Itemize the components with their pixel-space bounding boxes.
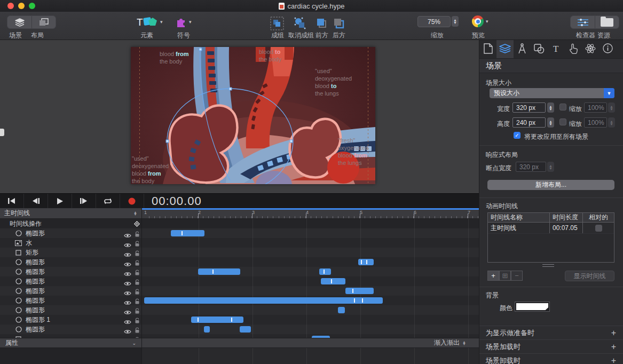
layer-row[interactable]: 水 [0,238,479,248]
height-input[interactable]: 240 px [512,117,546,128]
tab-element[interactable] [531,40,548,58]
tab-identity[interactable] [599,40,616,58]
layer-row-left[interactable]: 水 [0,238,141,248]
loop-button[interactable] [96,194,120,209]
animation-bar[interactable] [358,259,374,265]
height-scale-checkbox[interactable] [559,118,566,125]
step-forward-button[interactable] [72,194,96,209]
event-row-2[interactable]: 场景卸载时+ [479,353,623,364]
tab-typography[interactable]: T [548,40,565,58]
animation-bar[interactable] [144,297,383,304]
animation-bar[interactable] [191,316,243,323]
layer-row-left[interactable]: 椭圆形 [0,325,141,334]
animation-bar[interactable] [321,278,345,284]
layer-row-left[interactable]: 椭圆形 1 [0,315,141,325]
timeline-actions-row[interactable]: 时间线操作 [0,219,479,228]
layer-row-left[interactable]: 椭圆形 [0,286,141,296]
layer-row-left[interactable]: 椭圆形 [0,296,141,305]
resources-toggle-button[interactable] [595,16,619,28]
table-resize-handle[interactable] [542,264,554,267]
layer-row-left[interactable]: 椭圆形 [0,228,141,238]
easing-stepper[interactable]: ▲▼ [462,341,466,345]
bring-front-label: 前方 [316,31,328,40]
apply-all-checkbox[interactable]: ✓ [514,132,521,139]
tab-metrics[interactable] [514,40,531,58]
timeline-selector[interactable]: 主时间线 ▲▼ [0,208,141,219]
inspector-title: 场景 [479,59,623,73]
ungroup-button[interactable] [293,17,307,33]
layer-row-left[interactable]: 椭圆形 [0,305,141,315]
add-layout-button[interactable]: 新增布局... [487,180,614,190]
event-row-0[interactable]: 为显示做准备时+ [479,326,623,339]
easing-bar[interactable]: 渐入渐出 ▲▼ [142,338,479,348]
width-input[interactable]: 320 px [512,102,546,113]
layer-row[interactable]: 矩形 [0,248,479,257]
layer-row[interactable]: 椭圆形 [0,325,479,334]
symbols-button[interactable]: ▾ [175,16,192,28]
tab-scene[interactable] [496,40,514,58]
animation-bar[interactable] [319,268,331,275]
animation-bar[interactable] [240,326,251,333]
timeline-table-row[interactable]: 主时间线 00:07.05 [488,223,614,234]
layer-row[interactable]: 椭圆形 [0,296,479,305]
width-stepper[interactable]: ▲▼ [547,102,554,113]
canvas-label-text: blood [259,49,275,55]
properties-bar[interactable]: 属性 ⌄ [0,338,141,348]
animation-bar[interactable] [171,230,204,236]
height-stepper[interactable]: ▲▼ [547,117,554,128]
layouts-button[interactable] [31,16,56,28]
timeline-selector-stepper[interactable]: ▲▼ [133,211,137,216]
send-back-button[interactable] [332,17,345,31]
plus-icon[interactable]: + [611,356,616,364]
scene-canvas[interactable]: blood from the bodyblood to the body"use… [131,47,375,184]
duplicate-timeline-button[interactable]: ⊞ [499,271,511,281]
step-back-button[interactable] [24,194,48,209]
tab-physics[interactable] [582,40,599,58]
layer-row-left[interactable]: 椭圆形 [0,257,141,267]
layer-row[interactable]: 椭圆形 [0,276,479,286]
zoom-value-field[interactable]: 75% [417,16,451,27]
record-button[interactable] [120,194,144,209]
animation-bar[interactable] [198,268,240,275]
plus-icon[interactable]: + [611,342,616,352]
layer-row[interactable] [0,334,479,338]
background-color-well[interactable] [515,302,550,312]
animation-bar[interactable] [338,307,345,313]
animation-bar[interactable] [204,326,210,333]
layer-row-left[interactable]: 矩形 [0,248,141,257]
bring-front-button[interactable] [315,17,328,31]
preset-size-dropdown[interactable]: 预设大小 ▼ [490,88,614,98]
layer-row-left[interactable] [0,334,141,338]
layer-row[interactable]: 椭圆形 [0,228,479,238]
plus-icon[interactable]: + [611,328,616,338]
keyframe-tick [331,279,332,283]
inspector-toggle-button[interactable] [571,16,595,28]
relative-checkbox[interactable] [595,225,602,232]
layer-row[interactable]: 椭圆形 [0,286,479,296]
animation-bar[interactable] [345,288,374,294]
layer-row-left[interactable]: 椭圆形 [0,267,141,276]
jump-to-start-button[interactable] [0,194,24,209]
group-button[interactable] [270,17,284,33]
scenes-button[interactable] [7,16,31,28]
layer-row[interactable]: 椭圆形 1 [0,315,479,325]
tab-actions[interactable] [565,40,582,58]
tab-document[interactable] [479,40,496,58]
preview-button[interactable]: ▾ [472,15,488,27]
width-scale-checkbox[interactable] [559,104,566,110]
timeline-ruler[interactable]: 1234567 [141,208,479,219]
remove-timeline-button[interactable]: − [511,271,523,281]
layer-row[interactable]: 椭圆形 [0,267,479,276]
event-row-1[interactable]: 场景加载时+ [479,339,623,353]
play-button[interactable] [48,194,72,209]
zoom-stepper[interactable]: ▲▼ [452,16,459,27]
timelines-table[interactable]: 时间线名称 时间长度 相对的 主时间线 00:07.05 [487,212,614,263]
show-timeline-button[interactable]: 显示时间线 [565,271,614,281]
layer-row[interactable]: 椭圆形 [0,305,479,315]
layer-row[interactable]: 椭圆形 [0,257,479,267]
folder-icon [601,18,613,27]
elements-button[interactable]: T ▾ [137,15,163,28]
layer-row-left[interactable]: 椭圆形 [0,276,141,286]
add-timeline-button[interactable]: + [487,271,499,281]
width-scale-input: 100% [584,102,607,113]
